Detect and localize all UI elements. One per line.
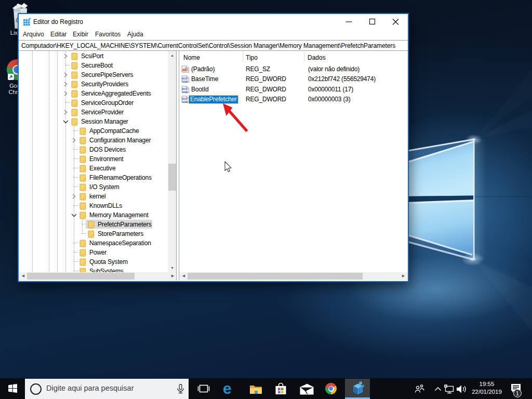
svg-text:e: e (223, 381, 232, 396)
